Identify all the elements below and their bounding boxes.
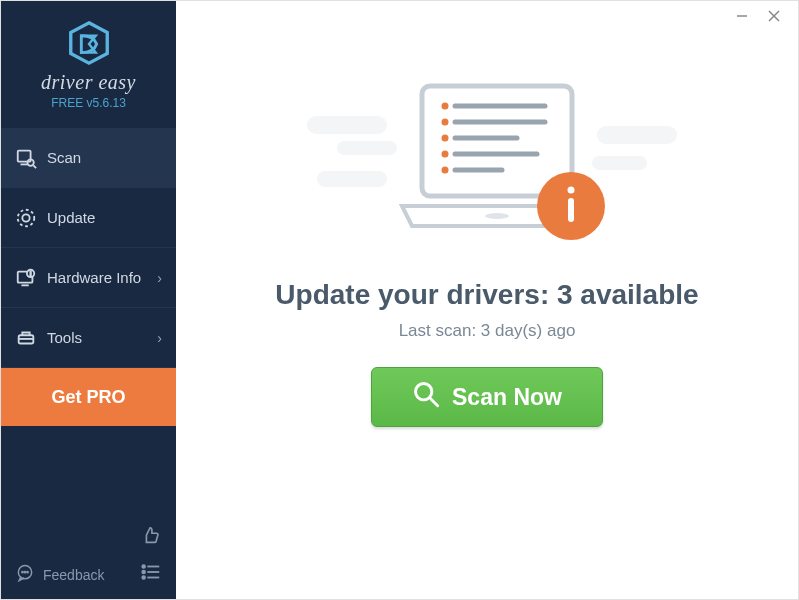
window-controls [732, 1, 798, 31]
update-icon [15, 207, 37, 229]
chat-icon [15, 563, 35, 587]
feedback-button[interactable]: Feedback [15, 563, 104, 587]
scan-icon [15, 147, 37, 169]
svg-point-39 [568, 187, 575, 194]
svg-point-24 [142, 576, 145, 579]
main-headline: Update your drivers: 3 available [275, 279, 698, 311]
svg-line-42 [431, 399, 438, 406]
chevron-right-icon: › [157, 270, 162, 286]
sidebar: driver easy FREE v5.6.13 Scan Up [1, 1, 176, 600]
nav-list: Scan Update i Hardware Info › [1, 128, 176, 426]
svg-text:i: i [30, 271, 31, 277]
svg-point-9 [22, 214, 29, 221]
svg-point-19 [27, 572, 28, 573]
svg-point-30 [442, 119, 449, 126]
thumbs-up-icon[interactable] [140, 525, 162, 551]
svg-point-20 [142, 565, 145, 568]
sidebar-footer: Feedback [1, 515, 176, 600]
feedback-label: Feedback [43, 567, 104, 583]
brand-name: driver easy [41, 71, 136, 94]
svg-point-34 [442, 151, 449, 158]
svg-point-22 [142, 571, 145, 574]
svg-point-36 [442, 167, 449, 174]
svg-line-7 [33, 165, 36, 168]
search-icon [412, 380, 440, 414]
svg-point-28 [442, 103, 449, 110]
svg-point-32 [442, 135, 449, 142]
get-pro-label: Get PRO [51, 387, 125, 408]
sidebar-item-label: Tools [47, 329, 157, 346]
scan-now-label: Scan Now [452, 384, 562, 411]
sidebar-item-update[interactable]: Update [1, 188, 176, 248]
tools-icon [15, 327, 37, 349]
logo-area: driver easy FREE v5.6.13 [1, 1, 176, 118]
version-text: FREE v5.6.13 [51, 96, 126, 110]
close-button[interactable] [764, 6, 784, 26]
svg-point-27 [485, 213, 509, 219]
sidebar-item-hardware-info[interactable]: i Hardware Info › [1, 248, 176, 308]
sidebar-item-label: Update [47, 209, 162, 226]
svg-rect-40 [568, 198, 574, 222]
chevron-right-icon: › [157, 330, 162, 346]
last-scan-text: Last scan: 3 day(s) ago [399, 321, 576, 341]
hardware-info-icon: i [15, 267, 37, 289]
app-logo-icon [65, 19, 113, 67]
sidebar-item-label: Hardware Info [47, 269, 157, 286]
main-content: Update your drivers: 3 available Last sc… [176, 1, 798, 599]
scan-illustration [327, 76, 647, 261]
svg-point-18 [24, 572, 25, 573]
svg-point-17 [22, 572, 23, 573]
svg-point-41 [416, 384, 432, 400]
scan-now-button[interactable]: Scan Now [371, 367, 603, 427]
sidebar-item-scan[interactable]: Scan [1, 128, 176, 188]
svg-point-8 [18, 209, 35, 226]
minimize-button[interactable] [732, 6, 752, 26]
menu-list-icon[interactable] [140, 561, 162, 587]
get-pro-button[interactable]: Get PRO [1, 368, 176, 426]
sidebar-item-label: Scan [47, 149, 162, 166]
sidebar-item-tools[interactable]: Tools › [1, 308, 176, 368]
